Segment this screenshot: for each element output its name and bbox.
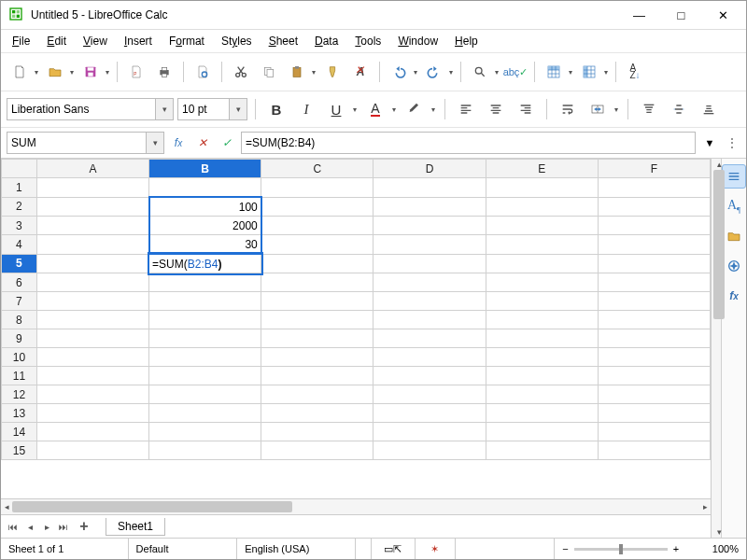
cell-B4[interactable]: 30 [149,235,261,255]
cell-D4[interactable] [374,235,486,255]
save-dropdown[interactable]: ▾ [104,60,111,84]
cell-C3[interactable] [261,217,374,235]
cell-A11[interactable] [36,367,148,385]
spreadsheet-grid[interactable]: ABCDEF12100320004305=SUM(B2:B4)678910111… [1,159,711,460]
cell-C14[interactable] [261,423,374,441]
column-header-F[interactable]: F [598,160,710,178]
cancel-button[interactable]: ✕ [192,133,213,153]
row-header-11[interactable]: 11 [2,367,37,385]
new-dropdown[interactable]: ▾ [33,60,40,84]
cell-C7[interactable] [261,292,374,311]
column-header-B[interactable]: B [149,160,261,178]
clone-format-button[interactable] [319,59,345,85]
column-header-A[interactable]: A [36,160,148,178]
row-dropdown[interactable]: ▾ [567,60,574,84]
zoom-in-button[interactable]: + [673,543,679,554]
cell-E11[interactable] [486,367,598,385]
cell-D6[interactable] [374,273,486,292]
cell-E9[interactable] [486,329,598,348]
cell-E14[interactable] [486,423,598,441]
row-header-14[interactable]: 14 [2,423,37,441]
sidebar-styles-button[interactable]: A¶ [722,194,746,218]
column-button[interactable] [576,59,602,85]
row-header-12[interactable]: 12 [2,385,37,404]
cell-B7[interactable] [149,292,261,311]
row-header-1[interactable]: 1 [2,178,37,198]
font-color-dropdown[interactable]: ▾ [390,97,398,121]
export-pdf-button[interactable]: P [123,59,149,85]
cell-D9[interactable] [374,329,486,348]
cell-F3[interactable] [598,217,710,235]
status-language[interactable]: English (USA) [237,539,356,559]
cell-B6[interactable] [149,273,261,292]
align-bottom-button[interactable] [696,96,722,122]
function-wizard-button[interactable]: fx [168,133,189,153]
vertical-scrollbar[interactable]: ▴ ▾ [711,159,721,538]
scroll-down-icon[interactable]: ▾ [712,526,726,538]
cell-D10[interactable] [374,348,486,367]
tab-last-button[interactable]: ⏭ [55,518,72,535]
menu-format[interactable]: Format [162,32,212,50]
cell-A9[interactable] [36,329,148,348]
cell-D5[interactable] [374,254,486,273]
underline-button[interactable]: U [323,96,349,122]
open-dropdown[interactable]: ▾ [68,60,76,84]
cell-F5[interactable] [598,254,710,273]
cell-A15[interactable] [36,441,148,460]
cell-B8[interactable] [149,311,261,329]
menu-data[interactable]: Data [307,32,345,50]
cell-B11[interactable] [149,367,261,385]
cell-C5[interactable] [261,254,374,273]
cell-F4[interactable] [598,235,710,255]
cell-C15[interactable] [261,441,374,460]
cell-F8[interactable] [598,311,710,329]
cell-C9[interactable] [261,329,374,348]
cell-E15[interactable] [486,441,598,460]
cell-D12[interactable] [374,385,486,404]
row-header-2[interactable]: 2 [2,197,37,217]
more-options-icon[interactable]: ⋮ [724,133,740,153]
tab-prev-button[interactable]: ◂ [21,518,38,535]
cell-C11[interactable] [261,367,374,385]
undo-button[interactable] [386,59,412,85]
cell-F6[interactable] [598,273,710,292]
horizontal-scrollbar[interactable]: ◂ ▸ [1,498,711,514]
cell-D14[interactable] [374,423,486,441]
cell-F13[interactable] [598,404,710,423]
cut-button[interactable] [228,59,254,85]
name-box-dropdown[interactable]: ▾ [146,133,163,153]
print-button[interactable] [151,59,177,85]
cell-A6[interactable] [36,273,148,292]
column-header-C[interactable]: C [261,160,374,178]
column-dropdown[interactable]: ▾ [602,60,610,84]
maximize-button[interactable]: □ [660,2,702,28]
cell-A2[interactable] [36,197,148,217]
cell-E1[interactable] [486,178,598,198]
select-all-corner[interactable] [2,160,37,178]
row-header-8[interactable]: 8 [2,311,37,329]
cell-C12[interactable] [261,385,374,404]
cell-F12[interactable] [598,385,710,404]
hscroll-thumb[interactable] [12,501,292,512]
cell-A4[interactable] [36,235,148,255]
menu-styles[interactable]: Styles [214,32,260,50]
highlight-dropdown[interactable]: ▾ [430,97,437,121]
new-button[interactable] [7,59,33,85]
italic-button[interactable]: I [293,96,319,122]
cell-B12[interactable] [149,385,261,404]
cell-E4[interactable] [486,235,598,255]
cell-F2[interactable] [598,197,710,217]
cell-B13[interactable] [149,404,261,423]
redo-button[interactable] [421,59,447,85]
cell-F9[interactable] [598,329,710,348]
row-header-6[interactable]: 6 [2,273,37,292]
row-button[interactable] [541,59,567,85]
cell-C1[interactable] [261,178,374,198]
cell-D2[interactable] [374,197,486,217]
scroll-left-icon[interactable]: ◂ [1,499,12,514]
redo-dropdown[interactable]: ▾ [447,60,455,84]
font-name-dropdown[interactable]: ▾ [155,99,173,119]
font-name-input[interactable] [7,100,155,119]
cell-B9[interactable] [149,329,261,348]
cell-C4[interactable] [261,235,374,255]
